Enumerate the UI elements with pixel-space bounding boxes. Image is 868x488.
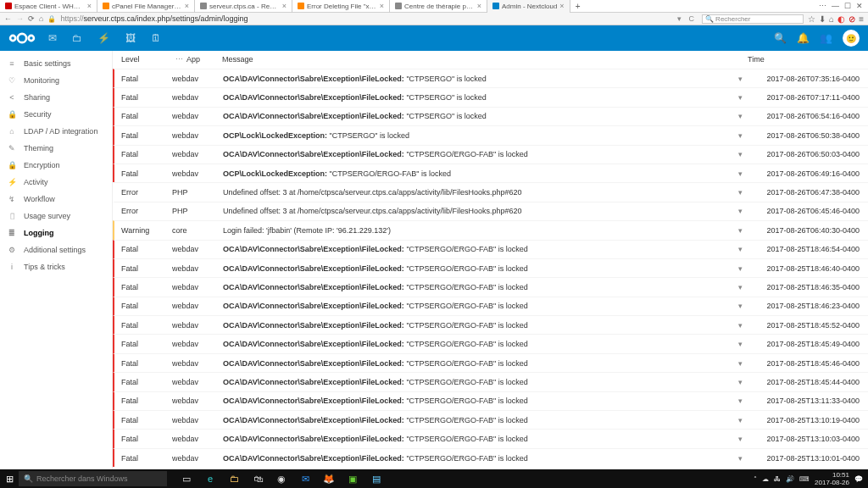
header-search-icon[interactable]: 🔍 xyxy=(774,32,787,44)
taskbar-chrome-icon[interactable]: ◉ xyxy=(270,469,292,488)
sidebar-item-workflow[interactable]: ↯Workflow xyxy=(0,191,112,208)
sidebar-item-security[interactable]: 🔒Security xyxy=(0,106,112,123)
app-mail-icon[interactable]: ✉ xyxy=(48,32,57,44)
log-row[interactable]: FatalwebdavOCA\DAV\Connector\Sabre\Excep… xyxy=(113,69,868,87)
tab-close-button[interactable]: × xyxy=(559,2,564,10)
tray-keyboard-icon[interactable]: ⌨ xyxy=(799,475,810,483)
expand-caret-icon[interactable]: ▾ xyxy=(732,283,748,291)
log-row[interactable]: ErrorPHPUndefined offset: 3 at /home/ctp… xyxy=(113,202,868,220)
expand-caret-icon[interactable]: ▾ xyxy=(732,454,748,463)
expand-caret-icon[interactable]: ▾ xyxy=(732,169,748,178)
expand-caret-icon[interactable]: ▾ xyxy=(732,188,748,197)
log-row[interactable]: FatalwebdavOCA\DAV\Connector\Sabre\Excep… xyxy=(113,87,868,106)
taskbar-explorer-icon[interactable]: 🗀 xyxy=(223,469,245,488)
window-maximize-button[interactable]: ☐ xyxy=(844,2,851,10)
sidebar-item-tips-tricks[interactable]: iTips & tricks xyxy=(0,258,112,275)
header-contacts-icon[interactable]: 👥 xyxy=(820,32,832,44)
window-minimize-button[interactable]: — xyxy=(832,2,839,10)
log-row[interactable]: FatalwebdavOCA\DAV\Connector\Sabre\Excep… xyxy=(113,240,868,258)
browser-tab[interactable]: Admin - Nextcloud× xyxy=(487,0,570,13)
tray-network-icon[interactable]: 🖧 xyxy=(774,475,781,483)
tray-notifications-icon[interactable]: 💬 xyxy=(854,475,863,483)
expand-caret-icon[interactable]: ▾ xyxy=(732,150,748,158)
browser-search-input[interactable]: 🔍 Rechercher xyxy=(702,14,804,24)
expand-caret-icon[interactable]: ▾ xyxy=(732,207,748,215)
sidebar-item-theming[interactable]: ✎Theming xyxy=(0,140,112,157)
expand-caret-icon[interactable]: ▾ xyxy=(732,264,748,273)
log-row[interactable]: FatalwebdavOCA\DAV\Connector\Sabre\Excep… xyxy=(113,429,868,447)
taskbar-edge-icon[interactable]: e xyxy=(199,469,221,488)
taskbar-app1-icon[interactable]: ▣ xyxy=(342,469,364,488)
browser-tab[interactable]: Error Deleting File "xxxxx" - x× xyxy=(292,0,390,13)
log-row[interactable]: FatalwebdavOCA\DAV\Connector\Sabre\Excep… xyxy=(113,334,868,352)
log-row[interactable]: WarningcoreLogin failed: 'jfbabin' (Remo… xyxy=(113,220,868,239)
log-row[interactable]: FatalwebdavOCA\DAV\Connector\Sabre\Excep… xyxy=(113,145,868,164)
expand-caret-icon[interactable]: ▾ xyxy=(732,378,748,386)
sidebar-item-additional-settings[interactable]: ⚙Additional settings xyxy=(0,241,112,258)
log-row[interactable]: FatalwebdavOCA\DAV\Connector\Sabre\Excep… xyxy=(113,258,868,277)
url-field[interactable]: https://serveur.ctps.ca/index.php/settin… xyxy=(60,14,672,23)
expand-caret-icon[interactable]: ▾ xyxy=(732,302,748,310)
start-button[interactable]: ⊞ xyxy=(0,469,19,488)
tray-cloud-icon[interactable]: ☁ xyxy=(762,475,769,483)
expand-caret-icon[interactable]: ▾ xyxy=(732,131,748,140)
sidebar-item-usage-survey[interactable]: ⌷Usage survey xyxy=(0,208,112,225)
taskbar-store-icon[interactable]: 🛍 xyxy=(247,469,269,488)
expand-caret-icon[interactable]: ▾ xyxy=(732,112,748,120)
tab-close-button[interactable]: × xyxy=(477,2,481,10)
taskbar-app2-icon[interactable]: ▤ xyxy=(365,469,387,488)
expand-caret-icon[interactable]: ▾ xyxy=(732,93,748,102)
taskbar-firefox-icon[interactable]: 🦊 xyxy=(318,469,340,488)
tab-close-button[interactable]: × xyxy=(380,2,384,10)
log-row[interactable]: FatalwebdavOCP\Lock\LockedException: "CT… xyxy=(113,164,868,182)
log-row[interactable]: FatalwebdavOCA\DAV\Connector\Sabre\Excep… xyxy=(113,410,868,429)
app-gallery-icon[interactable]: 🖼 xyxy=(125,32,136,44)
task-view-button[interactable]: ▭ xyxy=(175,469,198,488)
expand-caret-icon[interactable]: ▾ xyxy=(732,396,748,405)
header-level[interactable]: Level xyxy=(121,55,172,64)
hamburger-icon[interactable]: ≡ xyxy=(859,14,864,24)
menu-dots-icon[interactable]: ⋯ xyxy=(819,2,826,10)
expand-caret-icon[interactable]: ▾ xyxy=(732,340,748,348)
log-row[interactable]: FatalwebdavOCA\DAV\Connector\Sabre\Excep… xyxy=(113,448,868,467)
nav-back-button[interactable]: ← xyxy=(4,14,12,23)
expand-caret-icon[interactable]: ▾ xyxy=(732,416,748,424)
user-avatar[interactable]: 🙂 xyxy=(843,30,860,47)
tab-close-button[interactable]: × xyxy=(87,2,92,10)
app-calendar-icon[interactable]: 🗓 xyxy=(151,32,161,44)
log-row[interactable]: FatalwebdavOCA\DAV\Connector\Sabre\Excep… xyxy=(113,372,868,391)
nav-reload-button[interactable]: ⟳ xyxy=(28,14,35,23)
window-close-button[interactable]: ✕ xyxy=(856,2,863,10)
taskbar-thunderbird-icon[interactable]: ✉ xyxy=(294,469,316,488)
tray-volume-icon[interactable]: 🔊 xyxy=(786,475,794,483)
self-icon[interactable]: ☆ xyxy=(808,14,815,24)
log-row[interactable]: FatalwebdavOCA\DAV\Connector\Sabre\Excep… xyxy=(113,353,868,372)
browser-tab[interactable]: Espace Client - WHC.CA× xyxy=(0,0,97,13)
expand-caret-icon[interactable]: ▾ xyxy=(732,359,748,368)
taskbar-search-input[interactable]: 🔍 Rechercher dans Windows xyxy=(19,471,167,486)
pocket-icon[interactable]: ◐ xyxy=(837,14,845,24)
expand-caret-icon[interactable]: ▾ xyxy=(732,75,748,83)
log-row[interactable]: FatalwebdavOCA\DAV\Connector\Sabre\Excep… xyxy=(113,315,868,334)
sidebar-item-monitoring[interactable]: ♡Monitoring xyxy=(0,72,112,89)
download-icon[interactable]: ⬇ xyxy=(819,14,826,24)
log-row[interactable]: FatalwebdavOCA\DAV\Connector\Sabre\Excep… xyxy=(113,277,868,296)
home-icon[interactable]: ⌂ xyxy=(829,14,834,24)
log-row[interactable]: FatalwebdavOCA\DAV\Connector\Sabre\Excep… xyxy=(113,107,868,125)
log-row[interactable]: FatalwebdavOCA\DAV\Connector\Sabre\Excep… xyxy=(113,297,868,315)
new-tab-button[interactable]: + xyxy=(570,2,586,11)
nav-home-button[interactable]: ⌂ xyxy=(39,14,43,23)
sidebar-item-ldap-ad-integration[interactable]: ⌂LDAP / AD integration xyxy=(0,123,112,140)
browser-tab[interactable]: cPanel File Manager v3× xyxy=(97,0,195,13)
app-files-icon[interactable]: 🗀 xyxy=(72,32,82,44)
browser-tab[interactable]: Centre de thérapie physique et× xyxy=(390,0,487,13)
app-activity-icon[interactable]: ⚡ xyxy=(97,32,110,44)
noscript-icon[interactable]: ⊘ xyxy=(849,14,855,24)
header-notifications-icon[interactable]: 🔔 xyxy=(797,32,810,44)
nextcloud-logo[interactable] xyxy=(8,31,36,45)
sidebar-item-encryption[interactable]: 🔒Encryption xyxy=(0,157,112,174)
sidebar-item-logging[interactable]: ≣Logging xyxy=(0,225,112,241)
expand-caret-icon[interactable]: ▾ xyxy=(732,321,748,330)
log-row[interactable]: FatalwebdavOCA\DAV\Connector\Sabre\Excep… xyxy=(113,391,868,410)
sidebar-item-basic-settings[interactable]: ≡Basic settings xyxy=(0,55,112,72)
